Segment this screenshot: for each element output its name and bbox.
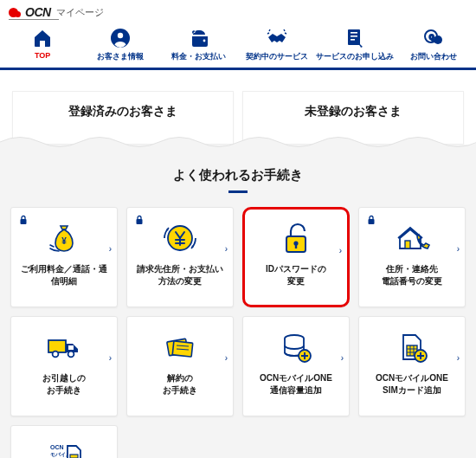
svg-rect-20 <box>48 340 66 352</box>
nav-label: お問い合わせ <box>395 51 473 62</box>
card-course-change[interactable]: OCNモバイルONE › OCNモバイルONE コース変更 <box>10 425 118 458</box>
svg-text:Q: Q <box>429 34 434 41</box>
popular-title: よく使われるお手続き <box>10 167 466 184</box>
home-icon <box>3 27 81 49</box>
svg-point-2 <box>203 40 205 42</box>
form-icon <box>316 27 394 49</box>
nav-top[interactable]: TOP <box>3 25 81 68</box>
chevron-right-icon: › <box>339 246 342 255</box>
ocn-logo-mark <box>9 8 18 17</box>
svg-rect-5 <box>351 35 357 37</box>
nav-label: TOP <box>3 51 81 60</box>
chevron-right-icon: › <box>109 244 112 254</box>
card-cancel[interactable]: › 解約の お手続き <box>126 316 234 416</box>
money-bag-icon: ¥ <box>15 218 113 258</box>
registered-title: 登録済みのお客さま <box>13 104 233 119</box>
card-id-password[interactable]: › IDパスワードの 変更 <box>242 207 350 307</box>
database-plus-icon <box>247 327 345 367</box>
svg-rect-13 <box>137 219 143 224</box>
yen-circle-icon <box>131 218 229 258</box>
chevron-right-icon: › <box>457 244 460 254</box>
user-icon <box>81 27 159 49</box>
card-label: OCNモバイルONE 通信容量追加 <box>247 372 345 397</box>
nav-label: お客さま情報 <box>81 51 159 62</box>
chevron-right-icon: › <box>225 353 228 363</box>
card-address-phone[interactable]: › 住所・連絡先 電話番号の変更 <box>358 207 466 307</box>
lock-icon <box>134 213 145 223</box>
card-sim-add[interactable]: › OCNモバイルONE SIMカード追加 <box>358 316 466 416</box>
chevron-right-icon: › <box>225 244 228 254</box>
card-label: OCNモバイルONE SIMカード追加 <box>363 372 461 397</box>
card-label: 解約の お手続き <box>131 372 229 397</box>
svg-rect-17 <box>295 244 297 248</box>
card-usage-fee[interactable]: ¥ › ご利用料金／通話・通 信明細 <box>10 207 118 307</box>
documents-icon <box>131 327 229 367</box>
svg-rect-39 <box>70 455 78 458</box>
chevron-right-icon: › <box>109 353 112 363</box>
top-nav: TOP お客さま情報 料金・お支払い 契約中のサービス サービスのお申し込み Q… <box>0 20 476 70</box>
house-phone-icon <box>363 218 461 258</box>
padlock-open-icon <box>248 218 344 258</box>
svg-rect-4 <box>351 32 357 34</box>
card-label: IDパスワードの 変更 <box>248 263 344 287</box>
nav-customer[interactable]: お客さま情報 <box>81 25 159 68</box>
svg-point-1 <box>118 33 123 38</box>
sim-text-icon: OCNモバイルONE <box>15 436 113 458</box>
sim-plus-icon <box>363 327 461 367</box>
nav-label: 契約中のサービス <box>238 51 316 62</box>
svg-text:¥: ¥ <box>61 236 67 246</box>
nav-label: 料金・お支払い <box>160 51 238 62</box>
brand-name: OCN <box>25 5 51 19</box>
svg-point-23 <box>68 352 74 358</box>
nav-contracts[interactable]: 契約中のサービス <box>238 25 316 68</box>
card-billing-change[interactable]: › 請求先住所・お支払い 方法の変更 <box>126 207 234 307</box>
svg-rect-6 <box>351 39 355 41</box>
nav-apply[interactable]: サービスのお申し込み <box>316 25 394 68</box>
accent-bar <box>228 190 248 193</box>
brand-header: OCN マイページ <box>0 0 476 21</box>
nav-contact[interactable]: QA お問い合わせ <box>395 25 473 68</box>
svg-rect-11 <box>21 219 27 224</box>
chevron-right-icon: › <box>457 353 460 363</box>
svg-point-22 <box>53 352 59 358</box>
card-grid: ¥ › ご利用料金／通話・通 信明細 › 請求先住所・お支払い 方法の変更 › <box>10 207 466 458</box>
wallet-icon <box>160 27 238 49</box>
unregistered-title: 未登録のお客さま <box>243 104 463 119</box>
card-label: 住所・連絡先 電話番号の変更 <box>363 263 461 287</box>
card-label: ご利用料金／通話・通 信明細 <box>15 263 113 287</box>
card-label: お引越しの お手続き <box>15 372 113 397</box>
nav-label: サービスのお申し込み <box>316 51 394 62</box>
svg-text:OCN: OCN <box>50 444 64 450</box>
card-mobile-data-add[interactable]: › OCNモバイルONE 通信容量追加 <box>242 316 350 416</box>
wave-divider <box>0 132 476 152</box>
svg-rect-18 <box>369 219 375 224</box>
popular-section: よく使われるお手続き ¥ › ご利用料金／通話・通 信明細 › 請求先住所・お支… <box>0 145 476 458</box>
truck-icon <box>15 327 113 367</box>
card-label: 請求先住所・お支払い 方法の変更 <box>131 263 229 287</box>
chat-icon: QA <box>395 27 473 49</box>
chevron-right-icon: › <box>341 353 344 363</box>
lock-icon <box>366 213 376 223</box>
lock-icon <box>18 213 29 223</box>
svg-rect-21 <box>68 345 74 350</box>
svg-text:A: A <box>436 38 441 43</box>
card-moving[interactable]: › お引越しの お手続き <box>10 316 118 416</box>
svg-rect-19 <box>405 241 410 248</box>
page-title: マイページ <box>56 6 104 19</box>
nav-billing[interactable]: 料金・お支払い <box>160 25 238 68</box>
handshake-icon <box>238 27 316 49</box>
